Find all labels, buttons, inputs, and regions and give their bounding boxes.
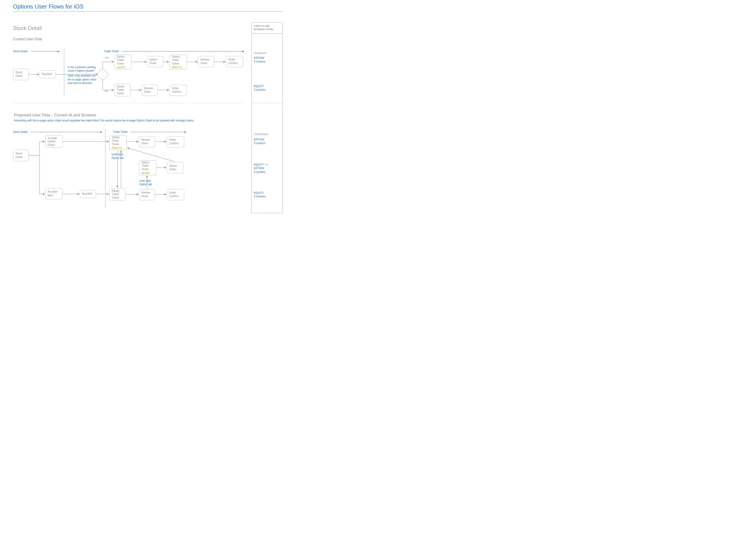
sub: (quote) [141, 171, 154, 175]
lane-stock-detail-arrow [31, 51, 59, 52]
label: OPTION [254, 56, 264, 60]
value: 5 screens [254, 170, 268, 174]
title-divider [13, 11, 283, 12]
node2-stock-detail: Stock Detail [13, 150, 29, 161]
lane-trade-ticket-label-2: Trade Ticket [113, 130, 128, 134]
sub: (quote) [117, 65, 129, 69]
totals-current-option: OPTION 5 screens [254, 56, 265, 63]
decision-note: Note: only available via the in-page opt… [68, 74, 97, 85]
node2-ett: Equity Trade Ticket [109, 188, 126, 201]
sub: (filled in) [112, 146, 124, 150]
edge-label-equity-tab: User taps Equity tab [111, 153, 124, 160]
value: 3 screens [254, 88, 265, 91]
totals-current-label: CURRENT [254, 52, 267, 54]
node-stock-detail: Stock Detail [13, 69, 29, 80]
node-order-confirm-eq: Order Confirm. [170, 85, 187, 96]
lane-trade-ticket-arrow-2 [130, 132, 186, 132]
totals-header-l2: SCREEN TOTAL [254, 28, 280, 31]
totals-panel: USER FLOW SCREEN TOTAL CURRENT OPTION 5 … [251, 22, 283, 213]
totals-current-equity: EQUITY 3 screens [254, 84, 265, 91]
branch-no: No [105, 89, 108, 92]
decision-text: Is the customer viewing Level II Option … [68, 65, 97, 85]
sub: (filled in) [172, 65, 184, 69]
value: 3 screens [254, 141, 265, 145]
totals-proposed-option: OPTION 3 screens [254, 138, 265, 145]
label: Option Trade Ticket [141, 161, 154, 171]
lane-trade-ticket-arrow [122, 51, 244, 52]
node-ett: Equity Trade Ticket [114, 84, 130, 96]
edge-label-option-tab: User taps Option tab [139, 179, 152, 186]
svg-line-17 [127, 148, 175, 162]
lane-stock-detail-label-2: Stock Detail [13, 130, 27, 134]
label: Option Trade Ticket [112, 136, 124, 146]
lane-stock-detail-arrow-2 [31, 132, 102, 132]
value: 3 screens [254, 195, 265, 198]
totals-header-l1: USER FLOW [254, 24, 280, 28]
lane-stock-detail-label: Stock Detail [13, 50, 27, 53]
section2-note: Interacting with the in-page option chai… [14, 119, 194, 123]
totals-header: USER FLOW SCREEN TOTAL [252, 23, 283, 34]
node-ott-quote: Option Trade Ticket (quote) [114, 55, 132, 70]
section1-subheading: Current User Flow [13, 37, 42, 41]
lane-trade-ticket-label: Trade Ticket [104, 50, 119, 53]
page-title: Options User Flows for iOS [13, 3, 83, 10]
branch-yes: Yes [105, 56, 109, 59]
node2-buy-sell: Buy/Sell [80, 190, 96, 198]
value: 5 screens [254, 60, 265, 63]
node2-order-confirm-top: Order Confirm. [167, 136, 184, 148]
node2-order-confirm-bot: Order Confirm. [167, 189, 184, 200]
label: OPTION [254, 138, 264, 141]
totals-proposed-eq-opt: EQUITY --> OPTION 5 screens [254, 159, 268, 178]
node-review-order: Review Order [198, 56, 214, 67]
node2-review-order-top: Review Order [139, 136, 155, 148]
section2-heading: Proposed User Flow - Current IA and Scre… [14, 113, 96, 117]
decision-diamond [96, 68, 109, 81]
label: EQUITY [254, 191, 264, 194]
node-buy-sell: Buy/Sell [40, 70, 56, 78]
label: EQUITY [254, 85, 264, 88]
section1-heading: Stock Detail [13, 25, 42, 31]
decision-question: Is the customer viewing Level II Option … [68, 65, 96, 72]
node-option-chain: Option Chain [147, 56, 163, 67]
node2-ott-filled: Option Trade Ticket (filled in) [109, 135, 127, 150]
node2-inpage-chain: In-page Option Chain [45, 135, 63, 148]
label: EQUITY --> OPTION [254, 163, 268, 170]
node2-option-chain: Option Chain [167, 162, 183, 174]
node2-all-other-tabs: All other tabs [45, 188, 63, 199]
node2-review-order-bot: Review Order [139, 189, 155, 200]
node-review-order-eq: Review Order [141, 85, 158, 96]
node-order-confirm: Order Confirm. [226, 56, 243, 67]
totals-proposed-equity: EQUITY 3 screens [254, 191, 265, 198]
node-ott-filled: Option Trade Ticket (filled in) [170, 55, 187, 70]
node2-ott-quote: Option Trade Ticket (quote) [139, 160, 156, 175]
totals-proposed-label: PROPOSED [254, 133, 268, 135]
label: Option Trade Ticket [172, 55, 184, 65]
label: Option Trade Ticket [117, 55, 129, 65]
section-divider [13, 103, 243, 103]
